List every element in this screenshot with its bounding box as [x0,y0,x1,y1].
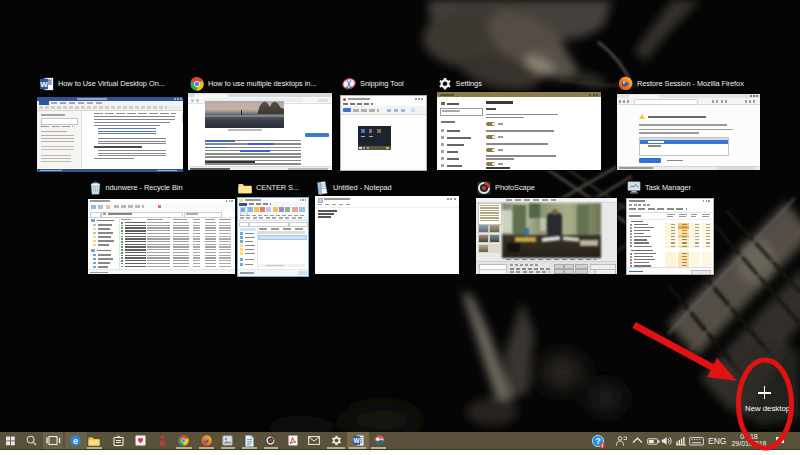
svg-text:W: W [353,437,360,444]
svg-text:W: W [40,80,48,89]
svg-text:e: e [72,436,77,446]
